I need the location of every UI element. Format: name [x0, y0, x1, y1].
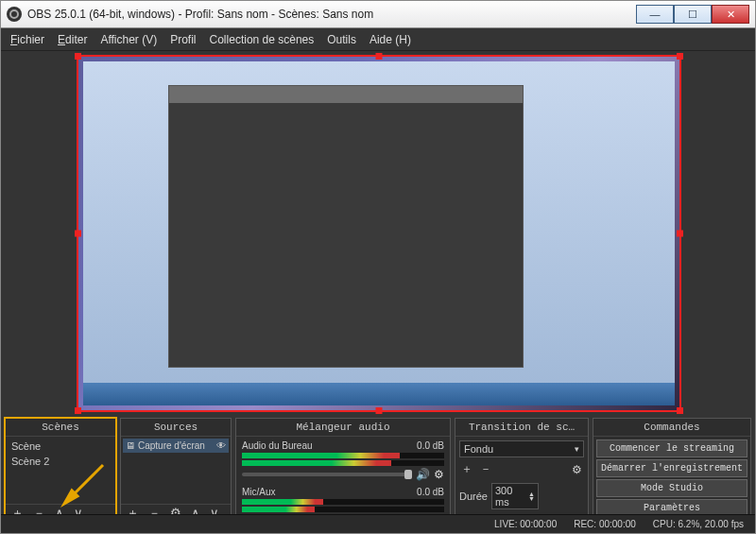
spin-down-icon[interactable]: ▼	[528, 496, 535, 501]
titlebar: OBS 25.0.1 (64-bit, windows) - Profil: S…	[0, 0, 756, 28]
preview-content	[83, 61, 675, 405]
resize-handle[interactable]	[677, 407, 683, 414]
transitions-panel: Transition de sc… Fondu ▾ ＋ － ⚙ Durée 30…	[455, 418, 589, 522]
channel-name: Audio du Bureau	[242, 440, 313, 451]
taskbar-mock	[83, 383, 675, 405]
menu-scenes[interactable]: Collection de scènes	[210, 33, 315, 46]
audio-meter	[242, 453, 444, 458]
duration-spinner[interactable]: 300 ms ▲▼	[491, 483, 539, 509]
status-rec: REC: 00:00:00	[574, 519, 636, 529]
maximize-button[interactable]: ☐	[674, 5, 712, 24]
minimize-button[interactable]: —	[636, 5, 674, 24]
window-title: OBS 25.0.1 (64-bit, windows) - Profil: S…	[27, 8, 636, 21]
resize-handle[interactable]	[75, 231, 81, 237]
audio-meter	[242, 507, 444, 512]
audio-mixer-panel: Mélangeur audio Audio du Bureau0.0 dB 🔊⚙…	[235, 418, 451, 522]
visibility-toggle[interactable]: 👁	[216, 440, 226, 451]
command-button[interactable]: Démarrer l'enregistrement	[596, 459, 747, 477]
scenes-panel: Scènes Scène Scène 2 ＋ － ∧ ∨	[5, 418, 116, 522]
audio-meter	[242, 499, 444, 505]
volume-slider[interactable]	[242, 473, 412, 476]
resize-handle[interactable]	[677, 53, 683, 60]
resize-handle[interactable]	[75, 407, 81, 414]
commands-title: Commandes	[593, 419, 750, 437]
preview-canvas[interactable]	[77, 55, 681, 412]
commands-panel: Commandes Commencer le streamingDémarrer…	[593, 418, 751, 522]
transition-settings-button[interactable]: ⚙	[570, 463, 584, 476]
remove-transition-button[interactable]: －	[478, 461, 493, 477]
mixer-title: Mélangeur audio	[236, 419, 450, 437]
channel-db: 0.0 dB	[417, 487, 444, 497]
duration-value: 300 ms	[495, 485, 528, 508]
gear-icon[interactable]: ⚙	[434, 468, 444, 481]
status-cpu: CPU: 6.2%, 20.00 fps	[653, 519, 744, 529]
menu-tools[interactable]: Outils	[327, 33, 356, 46]
scenes-title: Scènes	[6, 419, 115, 437]
recursive-preview	[168, 85, 524, 368]
resize-handle[interactable]	[75, 53, 81, 60]
transitions-title: Transition de sc…	[455, 419, 588, 437]
speaker-icon[interactable]: 🔊	[416, 468, 430, 481]
channel-db: 0.0 dB	[417, 440, 444, 451]
source-label: Capture d'écran	[138, 440, 205, 451]
sources-panel: Sources 🖥 Capture d'écran 👁 ＋ － ⚙ ∧ ∨	[120, 418, 232, 522]
menu-profile[interactable]: Profil	[170, 33, 196, 46]
resize-handle[interactable]	[677, 231, 683, 237]
source-item[interactable]: 🖥 Capture d'écran 👁	[123, 439, 229, 453]
close-button[interactable]: ✕	[712, 5, 749, 24]
resize-handle[interactable]	[376, 53, 383, 60]
monitor-icon: 🖥	[126, 440, 135, 451]
channel-name: Mic/Aux	[242, 487, 276, 497]
resize-handle[interactable]	[376, 407, 383, 414]
status-live: LIVE: 00:00:00	[494, 519, 557, 529]
scene-item[interactable]: Scène	[8, 439, 113, 454]
status-bar: LIVE: 00:00:00 REC: 00:00:00 CPU: 6.2%, …	[1, 514, 755, 533]
sources-title: Sources	[121, 419, 231, 437]
obs-logo-icon	[7, 7, 22, 22]
transition-select[interactable]: Fondu ▾	[459, 440, 584, 457]
menu-file[interactable]: Fichier	[10, 33, 44, 46]
menubar: Fichier Editer Afficher (V) Profil Colle…	[1, 28, 755, 51]
duration-label: Durée	[459, 491, 488, 502]
chevron-down-icon: ▾	[575, 444, 579, 454]
audio-meter	[242, 460, 444, 466]
menu-edit[interactable]: Editer	[58, 33, 87, 46]
command-button[interactable]: Mode Studio	[596, 479, 747, 497]
transition-selected: Fondu	[464, 443, 493, 455]
add-transition-button[interactable]: ＋	[459, 461, 474, 477]
menu-view[interactable]: Afficher (V)	[100, 33, 157, 46]
scene-item[interactable]: Scène 2	[8, 454, 113, 469]
command-button[interactable]: Commencer le streaming	[596, 439, 747, 457]
menu-help[interactable]: Aide (H)	[369, 33, 411, 46]
